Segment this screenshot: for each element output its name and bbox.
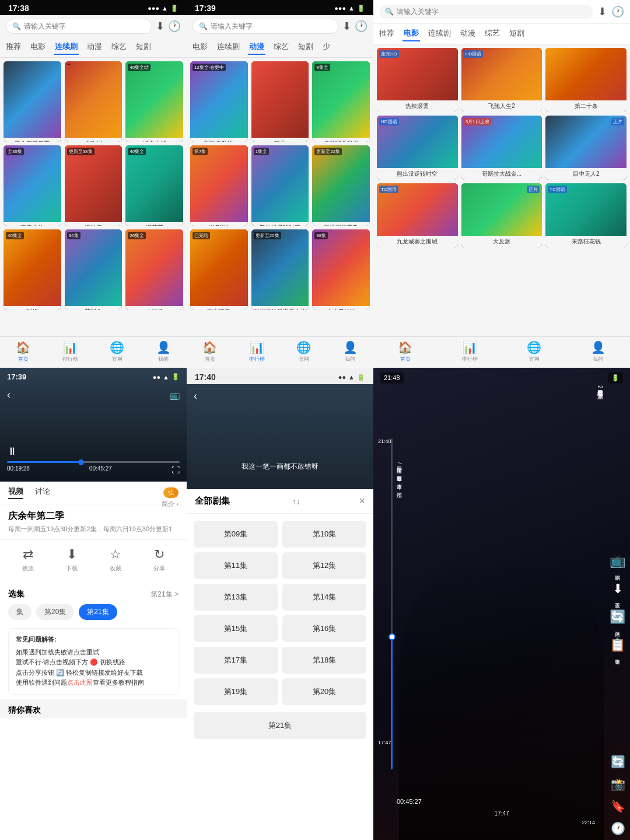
- card-diershi[interactable]: 第二十条: [545, 48, 626, 112]
- episode-pill-21[interactable]: 第21集: [79, 604, 117, 620]
- tab-anime-p3[interactable]: 动漫: [459, 26, 477, 41]
- tab-series-p2[interactable]: 连续剧: [216, 40, 241, 55]
- download-icon-p3[interactable]: ⬇: [598, 5, 607, 18]
- tab-discuss[interactable]: 讨论: [35, 486, 50, 499]
- ep-12[interactable]: 第12集: [282, 552, 366, 579]
- vertical-progress[interactable]: [391, 438, 393, 769]
- nav-home-p3[interactable]: 🏠 首页: [398, 340, 412, 363]
- sort-icon[interactable]: ↑↓: [292, 497, 300, 506]
- card-xiaori[interactable]: 26集全 小日子: [125, 229, 183, 310]
- tab-recommend-p3[interactable]: 推荐: [378, 26, 396, 41]
- clock-icon[interactable]: 🕐: [611, 821, 625, 835]
- history-icon-p1[interactable]: 🕐: [168, 20, 181, 33]
- ep-21-full[interactable]: 第21集: [194, 712, 366, 739]
- tab-series-p3[interactable]: 连续剧: [427, 26, 452, 41]
- vsb-track[interactable]: 📺 追剧: [610, 553, 625, 571]
- action-download[interactable]: ⬇ 下载: [66, 547, 78, 573]
- close-button[interactable]: ×: [359, 495, 365, 507]
- episode-pill-all[interactable]: 集: [8, 604, 32, 620]
- card-xiongchumo-p3[interactable]: HD国语 熊出没逆转时空: [377, 116, 458, 180]
- card-kuangwang[interactable]: 狂王: [251, 61, 309, 142]
- vsb-speed[interactable]: 🔄 倍速: [610, 609, 625, 627]
- card-chenghuan[interactable]: 承欢记: [65, 61, 123, 142]
- nav-home-p1[interactable]: 🏠 首页: [16, 340, 30, 363]
- search-input-wrap-p2[interactable]: 🔍: [192, 19, 339, 34]
- tab-short-p3[interactable]: 短剧: [508, 26, 526, 41]
- history-icon-p2[interactable]: 🕐: [355, 20, 368, 33]
- download-icon-p2[interactable]: ⬇: [342, 20, 351, 33]
- ep-17[interactable]: 第17集: [194, 647, 278, 674]
- ep-18[interactable]: 第18集: [282, 647, 366, 674]
- card-nanlai[interactable]: 全39集 南来北往: [4, 145, 61, 226]
- ep-10[interactable]: 第10集: [282, 521, 366, 548]
- search-input-p3[interactable]: [397, 8, 587, 16]
- card-gesila[interactable]: 3月1日上映 哥斯拉大战金...: [461, 116, 542, 180]
- action-switch-source[interactable]: ⇄ 换源: [22, 547, 34, 573]
- video-progress-bar[interactable]: [7, 461, 180, 463]
- nav-mine-p2[interactable]: 👤 我的: [343, 340, 358, 363]
- nav-rank-p1[interactable]: 📊 排行榜: [62, 340, 78, 363]
- tab-recommend-p1[interactable]: 推荐: [5, 40, 22, 55]
- nav-mine-p1[interactable]: 👤 我的: [156, 340, 171, 363]
- bookmark-icon[interactable]: 🔖: [611, 799, 625, 813]
- tab-variety-p2[interactable]: 综艺: [272, 40, 290, 55]
- tab-short-p2[interactable]: 短剧: [297, 40, 314, 55]
- tab-anime-p1[interactable]: 动漫: [86, 40, 103, 55]
- card-lieyan[interactable]: 40集全 烈焰: [4, 229, 61, 310]
- ep-19[interactable]: 第19集: [194, 678, 278, 705]
- tab-variety-p1[interactable]: 综艺: [110, 40, 128, 55]
- card-wangu[interactable]: 已完结 万古狂帝: [190, 229, 248, 310]
- tab-more-p2[interactable]: 少: [321, 40, 331, 55]
- back-icon[interactable]: ‹: [7, 389, 10, 401]
- card-jiulong[interactable]: TC国语 九龙城寨之围城: [377, 183, 458, 248]
- card-taigu[interactable]: 38集 太古星神诀: [312, 229, 370, 310]
- search-input-p2[interactable]: [211, 22, 332, 30]
- tab-short-p1[interactable]: 短剧: [135, 40, 152, 55]
- episode-more[interactable]: 第21集 >: [150, 590, 178, 599]
- card-dafanpai[interactable]: 正片 大反派: [461, 183, 542, 248]
- nav-home-p2[interactable]: 🏠 首页: [202, 340, 217, 363]
- intro-button[interactable]: 简介 ›: [162, 500, 178, 508]
- card-yueguang[interactable]: 更新至20集 月光下的异世界之旅: [251, 229, 309, 310]
- search-input-p1[interactable]: [24, 22, 146, 30]
- ep-13[interactable]: 第13集: [194, 584, 278, 611]
- pause-icon[interactable]: ⏸: [7, 445, 18, 458]
- vsb-download[interactable]: ⬇ 下载: [612, 581, 623, 599]
- tab-movie-p3[interactable]: 电影: [402, 26, 420, 41]
- screenshot-icon[interactable]: 📸: [611, 777, 625, 791]
- search-input-wrap-p3[interactable]: 🔍: [379, 5, 593, 19]
- tab-movie-p2[interactable]: 电影: [191, 40, 209, 55]
- search-input-wrap-p1[interactable]: 🔍: [6, 19, 152, 34]
- tv-icon[interactable]: 📺: [170, 391, 180, 400]
- download-icon-p1[interactable]: ⬇: [156, 20, 164, 33]
- rotate-icon[interactable]: 🔄: [611, 755, 625, 769]
- nav-official-p3[interactable]: 🌐 官网: [527, 340, 541, 363]
- episode-pill-20[interactable]: 第20集: [36, 604, 74, 620]
- card-qingyuniandi2[interactable]: 庆余年第二季: [4, 61, 61, 142]
- action-share[interactable]: ↻ 分享: [153, 547, 165, 573]
- card-molu[interactable]: TC国语 末路狂花钱: [545, 183, 626, 248]
- tab-movie-p1[interactable]: 电影: [29, 40, 47, 55]
- history-icon-p3[interactable]: 🕐: [611, 5, 624, 18]
- back-icon-p5[interactable]: ‹: [194, 390, 197, 402]
- ep-11[interactable]: 第11集: [194, 552, 278, 579]
- card-feichi[interactable]: HD国语 飞驰人生2: [461, 48, 542, 112]
- card-guaishou[interactable]: 第7集 怪兽8号: [190, 145, 248, 226]
- card-zhengzha[interactable]: 9集全 挣扎吧亚当君: [312, 61, 370, 142]
- card-woduzishenjiangle[interactable]: 12集全·在更中 我独自升级: [190, 61, 248, 142]
- card-zhuifeng[interactable]: 更新至38集 追风者: [65, 145, 123, 226]
- nav-rank-p3[interactable]: 📊 排行榜: [462, 340, 478, 363]
- tab-variety-p3[interactable]: 综艺: [484, 26, 501, 41]
- nav-mine-p3[interactable]: 👤 我的: [591, 340, 606, 363]
- card-xiongchumo[interactable]: 1集全 熊出没逆转时空: [251, 145, 309, 226]
- vsb-episodes[interactable]: 📋 选集: [610, 637, 625, 655]
- tab-series-p1[interactable]: 连续剧: [54, 40, 79, 55]
- nav-official-p1[interactable]: 🌐 官网: [110, 340, 124, 363]
- nav-official-p2[interactable]: 🌐 官网: [296, 340, 311, 363]
- action-favorite[interactable]: ☆ 收藏: [110, 547, 121, 573]
- nav-rank-p2[interactable]: 📊 排行榜: [249, 340, 265, 363]
- tab-anime-p2[interactable]: 动漫: [248, 40, 265, 55]
- ep-16[interactable]: 第16集: [282, 615, 366, 642]
- ep-14[interactable]: 第14集: [282, 584, 366, 611]
- card-xihua[interactable]: 40集全 惜花芷: [125, 145, 183, 226]
